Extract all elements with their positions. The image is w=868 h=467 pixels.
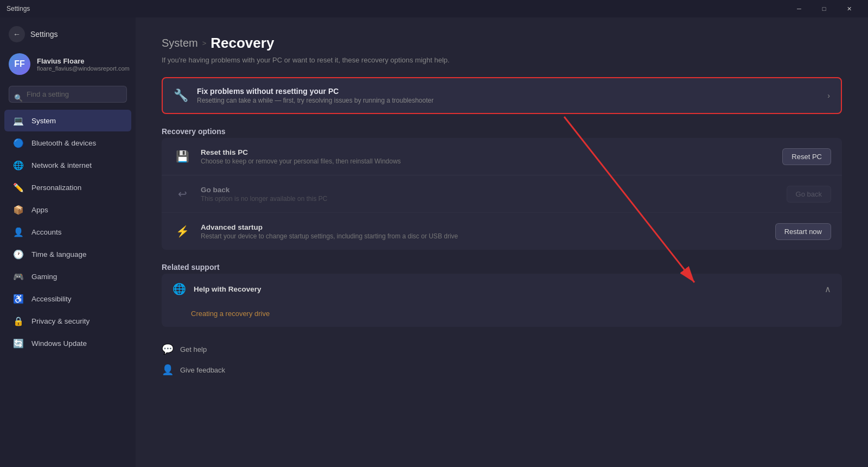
main-content: System > Recovery If you're having probl… (136, 17, 868, 467)
fix-problems-card[interactable]: 🔧 Fix problems without resetting your PC… (162, 77, 842, 114)
windows_update-icon: 🔄 (13, 338, 24, 349)
system-icon: 💻 (13, 115, 24, 126)
reset_pc-button[interactable]: Reset PC (782, 148, 831, 165)
fix-card-chevron-icon: › (827, 91, 830, 100)
help-with-recovery-row[interactable]: 🌐 Help with Recovery ∧ (162, 274, 842, 304)
sidebar-nav: 💻 System 🔵 Bluetooth & devices 🌐 Network… (0, 109, 136, 355)
search-input[interactable] (9, 86, 127, 103)
related-support-header: Related support (162, 263, 842, 272)
support-header-left: 🌐 Help with Recovery (173, 282, 261, 295)
sidebar-item-label: Time & language (31, 250, 87, 258)
option-title-advanced_startup: Advanced startup (201, 223, 458, 231)
creating-recovery-drive-link[interactable]: Creating a recovery drive (191, 310, 270, 318)
page-title: Recovery (210, 35, 274, 52)
sidebar-item-label: Privacy & security (31, 317, 90, 325)
sidebar-item-personalization[interactable]: ✏️ Personalization (4, 176, 131, 198)
sidebar-item-system[interactable]: 💻 System (4, 110, 131, 131)
sidebar-item-label: Network & internet (31, 161, 92, 169)
sidebar-item-label: Bluetooth & devices (31, 139, 96, 147)
sidebar-item-gaming[interactable]: 🎮 Gaming (4, 266, 131, 287)
option-left-reset_pc: 💾 Reset this PC Choose to keep or remove… (173, 147, 401, 166)
user-profile[interactable]: FF Flavius Floare floare_flavius@windows… (0, 47, 136, 81)
gaming-icon: 🎮 (13, 271, 24, 282)
fix-card-text: Fix problems without resetting your PC R… (197, 87, 433, 104)
accessibility-icon: ♿ (13, 293, 24, 304)
close-button[interactable]: ✕ (837, 0, 861, 17)
sidebar-item-windows_update[interactable]: 🔄 Windows Update (4, 332, 131, 354)
sidebar-item-label: Personalization (31, 184, 81, 192)
get_help-label: Get help (180, 345, 207, 354)
sidebar-item-apps[interactable]: 📦 Apps (4, 199, 131, 220)
sidebar-item-network[interactable]: 🌐 Network & internet (4, 154, 131, 176)
personalization-icon: ✏️ (13, 182, 24, 193)
sidebar-item-accounts[interactable]: 👤 Accounts (4, 221, 131, 243)
search-container: 🔍 (0, 81, 136, 109)
user-info: Flavius Floare floare_flavius@windowsrep… (37, 57, 130, 72)
apps-icon: 📦 (13, 204, 24, 215)
breadcrumb-separator: > (202, 39, 207, 47)
titlebar-controls: ─ □ ✕ (787, 0, 861, 17)
sidebar-item-label: Accessibility (31, 295, 72, 303)
time-icon: 🕐 (13, 249, 24, 260)
option-row-advanced_startup: ⚡ Advanced startup Restart your device t… (162, 213, 842, 250)
advanced_startup-button[interactable]: Restart now (775, 223, 831, 240)
app-container: ← Settings FF Flavius Floare floare_flav… (0, 17, 868, 467)
sidebar: ← Settings FF Flavius Floare floare_flav… (0, 17, 136, 467)
avatar: FF (9, 53, 30, 75)
sidebar-item-label: Accounts (31, 228, 62, 236)
fix-card-left: 🔧 Fix problems without resetting your PC… (174, 87, 433, 104)
option-subtitle-reset_pc: Choose to keep or remove your personal f… (201, 157, 401, 165)
sidebar-item-label: Windows Update (31, 339, 87, 348)
privacy-icon: 🔒 (13, 315, 24, 326)
bluetooth-icon: 🔵 (13, 137, 24, 148)
reset_pc-icon: 💾 (173, 147, 192, 166)
go_back-icon: ↩ (173, 184, 192, 204)
minimize-button[interactable]: ─ (787, 0, 812, 17)
option-text-advanced_startup: Advanced startup Restart your device to … (201, 223, 458, 240)
recovery-options-container: 💾 Reset this PC Choose to keep or remove… (162, 138, 842, 250)
give_feedback-link[interactable]: 👤 Give feedback (162, 361, 842, 379)
breadcrumb-parent: System (162, 37, 198, 49)
support-expanded: Creating a recovery drive (162, 304, 842, 327)
option-subtitle-go_back: This option is no longer available on th… (201, 195, 327, 203)
give_feedback-icon: 👤 (162, 364, 174, 376)
fix-wrench-icon: 🔧 (174, 89, 188, 103)
accounts-icon: 👤 (13, 226, 24, 237)
related-support-container: 🌐 Help with Recovery ∧ Creating a recove… (162, 274, 842, 327)
breadcrumb: System > Recovery (162, 35, 842, 52)
search-icon: 🔍 (14, 93, 23, 102)
fix-card-subtitle: Resetting can take a while — first, try … (197, 97, 433, 104)
sidebar-item-accessibility[interactable]: ♿ Accessibility (4, 288, 131, 310)
option-row-go_back: ↩ Go back This option is no longer avail… (162, 175, 842, 213)
bottom-links: 💬 Get help 👤 Give feedback (162, 340, 842, 379)
sidebar-item-bluetooth[interactable]: 🔵 Bluetooth & devices (4, 132, 131, 154)
option-title-reset_pc: Reset this PC (201, 148, 401, 156)
support-globe-icon: 🌐 (173, 282, 186, 295)
back-button[interactable]: ← (9, 26, 25, 42)
page-subtitle: If you're having problems with your PC o… (162, 56, 842, 64)
sidebar-app-title: Settings (30, 30, 58, 39)
advanced_startup-icon: ⚡ (173, 222, 192, 241)
sidebar-item-privacy[interactable]: 🔒 Privacy & security (4, 310, 131, 332)
get_help-link[interactable]: 💬 Get help (162, 340, 842, 358)
maximize-button[interactable]: □ (812, 0, 837, 17)
user-email: floare_flavius@windowsreport.com (37, 65, 130, 72)
user-name: Flavius Floare (37, 57, 130, 65)
titlebar-title: Settings (7, 5, 787, 12)
option-text-reset_pc: Reset this PC Choose to keep or remove y… (201, 148, 401, 165)
option-text-go_back: Go back This option is no longer availab… (201, 186, 327, 203)
option-title-go_back: Go back (201, 186, 327, 194)
option-row-reset_pc: 💾 Reset this PC Choose to keep or remove… (162, 138, 842, 175)
sidebar-item-time[interactable]: 🕐 Time & language (4, 243, 131, 265)
sidebar-item-label: Gaming (31, 273, 57, 281)
option-subtitle-advanced_startup: Restart your device to change startup se… (201, 232, 458, 240)
go_back-button: Go back (787, 186, 831, 203)
support-chevron-up-icon: ∧ (825, 284, 831, 294)
give_feedback-label: Give feedback (180, 366, 225, 374)
recovery-options-header: Recovery options (162, 127, 842, 136)
sidebar-header: ← Settings (0, 17, 136, 47)
option-left-go_back: ↩ Go back This option is no longer avail… (173, 184, 327, 204)
fix-card-title: Fix problems without resetting your PC (197, 87, 433, 96)
sidebar-item-label: System (31, 117, 56, 125)
sidebar-item-label: Apps (31, 206, 48, 214)
